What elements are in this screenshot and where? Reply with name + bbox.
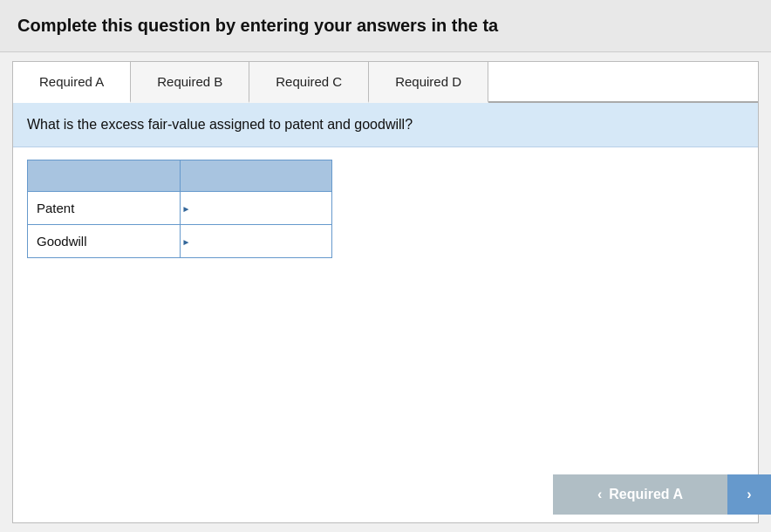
prev-button[interactable]: ‹ Required A	[553, 474, 727, 515]
question-text: What is the excess fair-value assigned t…	[13, 103, 758, 147]
patent-label: Patent	[28, 192, 181, 225]
tab-required-d[interactable]: Required D	[369, 62, 488, 103]
goodwill-value-cell: ►	[180, 225, 331, 258]
table-row: Patent ►	[28, 192, 332, 225]
patent-cell-arrow: ►	[182, 203, 191, 213]
col-header-2	[180, 160, 331, 192]
next-chevron-icon: ›	[747, 487, 751, 502]
goodwill-input[interactable]	[181, 225, 331, 257]
header-title: Complete this question by entering your …	[17, 16, 498, 35]
bottom-navigation: ‹ Required A ›	[553, 474, 771, 515]
tabs-row: Required A Required B Required C Require…	[13, 62, 758, 103]
table-header-row	[28, 160, 332, 192]
table-row: Goodwill ►	[28, 225, 332, 258]
goodwill-cell-arrow: ►	[182, 236, 191, 246]
col-header-1	[28, 160, 181, 192]
table-container: Patent ► Goodwill ►	[13, 147, 758, 522]
page-header: Complete this question by entering your …	[0, 0, 771, 52]
prev-chevron-icon: ‹	[597, 487, 602, 502]
page-wrapper: Complete this question by entering your …	[0, 0, 771, 532]
patent-input[interactable]	[181, 192, 331, 224]
next-button[interactable]: ›	[727, 474, 771, 515]
content-area: Required A Required B Required C Require…	[12, 61, 759, 523]
tab-required-c[interactable]: Required C	[249, 62, 369, 103]
tab-required-a[interactable]: Required A	[13, 62, 131, 103]
data-table: Patent ► Goodwill ►	[27, 160, 332, 258]
patent-value-cell: ►	[180, 192, 331, 225]
prev-button-label: Required A	[609, 487, 683, 502]
goodwill-label: Goodwill	[28, 225, 181, 258]
tab-required-b[interactable]: Required B	[131, 62, 249, 103]
